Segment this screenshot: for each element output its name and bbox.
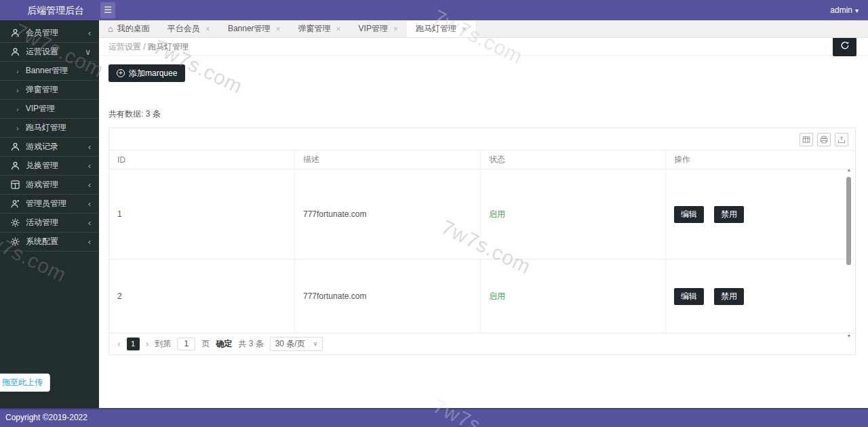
breadcrumb-parent[interactable]: 运营设置 xyxy=(108,42,141,52)
chevron-left-icon: ‹ xyxy=(88,142,91,152)
next-page-button[interactable]: › xyxy=(146,338,149,349)
user-icon xyxy=(11,47,20,56)
sidebar-item-game-records[interactable]: 游戏记录 ‹ xyxy=(0,138,99,157)
columns-filter-button[interactable] xyxy=(800,133,813,146)
column-header-desc[interactable]: 描述 xyxy=(295,150,481,169)
top-header: 后端管理后台 ☰ admin▾ xyxy=(0,0,868,20)
tab-label: Banner管理 xyxy=(228,23,271,35)
edit-button[interactable]: 编辑 xyxy=(674,206,704,223)
table-scrollbar[interactable]: ▲ ▼ xyxy=(845,170,853,333)
drag-upload-button[interactable]: 拖至此上传 xyxy=(0,373,50,392)
total-count-text: 共有数据: 3 条 xyxy=(108,108,161,120)
goto-label: 到第 xyxy=(155,338,171,350)
sidebar-subitem-banner-mgmt[interactable]: › Banner管理 xyxy=(0,62,99,81)
user-icon xyxy=(11,142,20,151)
chevron-down-icon: ∨ xyxy=(85,47,91,57)
status-badge: 启用 xyxy=(481,169,666,259)
table-header-row: ID 描述 状态 操作 xyxy=(109,150,855,169)
close-icon[interactable]: × xyxy=(393,24,398,34)
column-header-status[interactable]: 状态 xyxy=(481,150,666,169)
sidebar-subitem-marquee-mgmt[interactable]: › 跑马灯管理 xyxy=(0,119,99,138)
sidebar-item-label: 游戏记录 xyxy=(26,141,58,152)
grid-icon xyxy=(11,180,20,189)
close-icon[interactable]: × xyxy=(205,24,210,34)
scroll-down-icon[interactable]: ▼ xyxy=(845,333,853,338)
close-icon[interactable]: × xyxy=(336,24,341,34)
disable-button[interactable]: 禁用 xyxy=(714,288,744,305)
sidebar: 会员管理 ‹ 运营设置 ∨ › Banner管理 › 弹窗管理 › VIP管理 … xyxy=(0,20,99,408)
cell-description: 777fortunate.com xyxy=(295,169,481,259)
cell-id: 1 xyxy=(109,169,295,259)
confirm-page-button[interactable]: 确定 xyxy=(216,338,232,350)
tab-banner-mgmt[interactable]: Banner管理 × xyxy=(219,20,290,37)
disable-button[interactable]: 禁用 xyxy=(714,206,744,223)
breadcrumb-current: 跑马灯管理 xyxy=(148,42,189,52)
scrollbar-thumb[interactable] xyxy=(846,177,851,265)
footer: Copyright ©2019-2022 xyxy=(0,408,868,427)
page-number-input[interactable] xyxy=(177,338,195,350)
app-title: 后端管理后台 xyxy=(27,0,84,20)
home-icon: ⌂ xyxy=(108,24,113,34)
scroll-up-icon[interactable]: ▲ xyxy=(845,167,853,172)
tab-label: 弹窗管理 xyxy=(298,23,331,35)
user-name: admin xyxy=(830,5,852,15)
edit-button[interactable]: 编辑 xyxy=(674,288,704,305)
sidebar-subitem-label: VIP管理 xyxy=(26,103,55,115)
gear-icon xyxy=(11,237,20,246)
gear-icon xyxy=(11,218,20,227)
cell-id: 2 xyxy=(109,260,295,333)
cell-actions: 编辑 禁用 xyxy=(666,260,855,333)
export-button[interactable] xyxy=(835,133,848,146)
page-size-value: 30 条/页 xyxy=(275,338,305,350)
user-dropdown[interactable]: admin▾ xyxy=(830,0,859,20)
sidebar-item-member-mgmt[interactable]: 会员管理 ‹ xyxy=(0,24,99,43)
sidebar-subitem-label: 弹窗管理 xyxy=(26,84,58,96)
sidebar-subitem-label: Banner管理 xyxy=(26,65,68,77)
caret-down-icon: ▾ xyxy=(855,7,859,14)
hamburger-menu-icon[interactable]: ☰ xyxy=(100,2,115,18)
tab-marquee-mgmt[interactable]: 跑马灯管理 × xyxy=(407,20,475,37)
refresh-icon xyxy=(840,41,850,53)
current-page-button[interactable]: 1 xyxy=(127,338,140,350)
tab-vip-mgmt[interactable]: VIP管理 × xyxy=(350,20,407,37)
prev-page-button[interactable]: ‹ xyxy=(117,338,121,349)
sidebar-item-admin-mgmt[interactable]: 管理员管理 ‹ xyxy=(0,195,99,214)
sidebar-item-operation-settings[interactable]: 运营设置 ∨ xyxy=(0,43,99,62)
sidebar-item-exchange-mgmt[interactable]: 兑换管理 ‹ xyxy=(0,157,99,176)
print-button[interactable] xyxy=(817,133,831,146)
tab-label: VIP管理 xyxy=(359,23,388,35)
chevron-left-icon: ‹ xyxy=(88,180,91,190)
copyright-text: Copyright ©2019-2022 xyxy=(5,413,87,422)
close-icon[interactable]: × xyxy=(276,24,281,34)
column-header-id[interactable]: ID xyxy=(109,150,295,169)
refresh-button[interactable] xyxy=(833,37,856,56)
sidebar-item-system-config[interactable]: 系统配置 ‹ xyxy=(0,232,99,251)
add-marquee-button[interactable]: + 添加marquee xyxy=(108,64,185,82)
user-plus-icon xyxy=(11,199,20,208)
sidebar-item-label: 运营设置 xyxy=(26,46,58,58)
tab-popup-mgmt[interactable]: 弹窗管理 × xyxy=(290,20,350,37)
cell-actions: 编辑 禁用 xyxy=(666,169,855,259)
add-marquee-label: 添加marquee xyxy=(129,68,177,79)
table-toolbar xyxy=(800,133,848,146)
chevron-left-icon: ‹ xyxy=(88,199,91,209)
sidebar-item-game-mgmt[interactable]: 游戏管理 ‹ xyxy=(0,176,99,195)
sidebar-subitem-label: 跑马灯管理 xyxy=(26,122,66,134)
tab-desktop[interactable]: ⌂ 我的桌面 xyxy=(99,20,159,37)
sidebar-item-label: 会员管理 xyxy=(26,27,58,39)
tab-bar: ⌂ 我的桌面 平台会员 × Banner管理 × 弹窗管理 × VIP管理 × … xyxy=(99,20,868,38)
cell-description: 777fortunate.com xyxy=(295,260,481,333)
marquee-table: ID 描述 状态 操作 1 777fortunate.com 启用 编辑 禁用 … xyxy=(109,150,855,333)
sidebar-subitem-vip-mgmt[interactable]: › VIP管理 xyxy=(0,100,99,119)
page-size-select[interactable]: 30 条/页 ∨ xyxy=(270,337,323,351)
breadcrumb-separator: / xyxy=(143,42,145,52)
sidebar-subitem-popup-mgmt[interactable]: › 弹窗管理 xyxy=(0,81,99,100)
sidebar-item-label: 系统配置 xyxy=(26,236,58,247)
chevron-left-icon: ‹ xyxy=(88,161,91,171)
sidebar-item-activity-mgmt[interactable]: 活动管理 ‹ xyxy=(0,214,99,232)
tab-platform-members[interactable]: 平台会员 × xyxy=(159,20,219,37)
column-header-actions[interactable]: 操作 xyxy=(666,150,855,169)
pagination: ‹ 1 › 到第 页 确定 共 3 条 30 条/页 ∨ xyxy=(117,333,323,354)
close-icon[interactable]: × xyxy=(462,24,467,34)
tab-label: 平台会员 xyxy=(167,23,200,35)
